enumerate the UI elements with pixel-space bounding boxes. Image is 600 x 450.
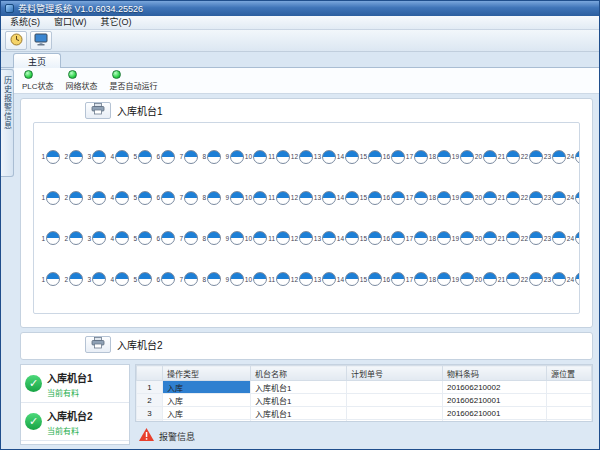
log-panel: 操作类型 机台名称 计划单号 物料条码 源位置 1入库入库机台120160621… (135, 364, 593, 445)
table-row[interactable]: 4入库入库机台1201606210001 (137, 420, 592, 423)
slot-number: 18 (428, 153, 436, 160)
menu-window[interactable]: 窗口(W) (47, 16, 94, 29)
table-cell: 201606210001 (443, 420, 547, 423)
slot: 11 (267, 191, 290, 205)
slot-number: 12 (290, 153, 298, 160)
auto-run-label: 是否自动运行 (110, 80, 158, 91)
slot: 21 (497, 272, 520, 286)
slot-number: 8 (198, 276, 206, 283)
slot-number: 9 (221, 276, 229, 283)
machine-status-panel: ✓ 入库机台1 当前有料 ✓ 入库机台2 当前有料 (20, 364, 130, 445)
alarm-bar: 报警信息 (135, 425, 593, 445)
roll-slot-indicator (253, 231, 267, 245)
table-row[interactable]: 1入库入库机台1201606210002 (137, 381, 592, 394)
slot-number: 4 (106, 153, 114, 160)
slot-number: 9 (221, 194, 229, 201)
roll-slot-indicator (414, 150, 428, 164)
roll-slot-indicator (552, 231, 566, 245)
machine-card-station1[interactable]: ✓ 入库机台1 当前有料 (21, 365, 129, 403)
roll-slot-indicator (552, 191, 566, 205)
station1-print-button[interactable] (85, 102, 111, 119)
table-cell: 入库 (163, 381, 251, 394)
machine-card-station2[interactable]: ✓ 入库机台2 当前有料 (21, 403, 129, 441)
tabstrip: 主页 (1, 52, 599, 68)
roll-slot-indicator (322, 272, 336, 286)
slot: 13 (313, 272, 336, 286)
slot-number: 7 (175, 194, 183, 201)
network-status-label: 网络状态 (66, 80, 98, 91)
station1-group: 入库机台1 1234567891011121314151617181920212… (20, 98, 593, 328)
roll-slot-indicator (483, 272, 497, 286)
roll-slot-indicator (230, 150, 244, 164)
slot: 21 (497, 191, 520, 205)
tab-home[interactable]: 主页 (13, 53, 61, 68)
station1-title: 入库机台1 (117, 103, 163, 118)
roll-slot-indicator (506, 150, 520, 164)
slot: 20 (474, 272, 497, 286)
column-header-barcode[interactable]: 物料条码 (443, 366, 547, 381)
slot-number: 22 (520, 276, 528, 283)
roll-slot-indicator (529, 272, 543, 286)
slot: 13 (313, 150, 336, 164)
roll-slot-indicator (322, 150, 336, 164)
slot-number: 24 (566, 153, 574, 160)
column-header-plan[interactable]: 计划单号 (347, 366, 443, 381)
slot: 7 (175, 231, 198, 245)
slot-number: 3 (83, 276, 91, 283)
menu-system[interactable]: 系统(S) (3, 16, 47, 29)
roll-slot-indicator (299, 272, 313, 286)
slot-number: 11 (267, 194, 275, 201)
roll-slot-indicator (207, 231, 221, 245)
slot-number: 14 (336, 153, 344, 160)
slot: 23 (543, 272, 566, 286)
roll-slot-indicator (529, 150, 543, 164)
table-row[interactable]: 2入库入库机台1201606210001 (137, 394, 592, 407)
table-cell: 入库机台1 (251, 394, 347, 407)
slot: 22 (520, 231, 543, 245)
machine-card-status: 当前有料 (47, 387, 93, 398)
table-row[interactable]: 3入库入库机台1201606210001 (137, 407, 592, 420)
slot: 9 (221, 272, 244, 286)
network-status-indicator: 网络状态 (66, 70, 98, 91)
slot-number: 6 (152, 153, 160, 160)
monitor-tool-button[interactable] (30, 31, 52, 50)
slot-number: 16 (382, 276, 390, 283)
tab-home-label: 主页 (28, 55, 46, 68)
slot-number: 5 (129, 276, 137, 283)
roll-slot-indicator (345, 191, 359, 205)
roll-slot-indicator (460, 191, 474, 205)
column-header-op[interactable]: 操作类型 (163, 366, 251, 381)
slot-number: 4 (106, 194, 114, 201)
row-index-cell: 3 (137, 407, 163, 420)
slot: 16 (382, 272, 405, 286)
clock-tool-button[interactable] (5, 31, 27, 50)
log-table-body: 1入库入库机台12016062100022入库入库机台1201606210001… (137, 381, 592, 423)
roll-slot-indicator (138, 231, 152, 245)
check-icon: ✓ (25, 413, 42, 430)
slot-number: 10 (244, 194, 252, 201)
slot-number: 6 (152, 194, 160, 201)
side-tab-history[interactable]: 历史报警信息 (1, 69, 14, 177)
roll-slot-indicator (184, 231, 198, 245)
menu-other[interactable]: 其它(O) (94, 16, 139, 29)
table-cell (347, 420, 443, 423)
slot-number: 14 (336, 276, 344, 283)
column-header-machine[interactable]: 机台名称 (251, 366, 347, 381)
slot-number: 11 (267, 276, 275, 283)
titlebar[interactable]: 卷料管理系统 V1.0.6034.25526 (1, 1, 599, 16)
slot: 17 (405, 231, 428, 245)
roll-slot-indicator (368, 231, 382, 245)
column-header-source[interactable]: 源位置 (547, 366, 592, 381)
roll-slot-indicator (230, 191, 244, 205)
slot: 4 (106, 231, 129, 245)
roll-slot-indicator (92, 231, 106, 245)
slot-number: 19 (451, 276, 459, 283)
table-cell: 入库机台1 (251, 381, 347, 394)
slot: 12 (290, 191, 313, 205)
roll-slot-indicator (575, 150, 580, 164)
slot: 16 (382, 231, 405, 245)
slot-grid: 1234567891011121314151617181920212223242… (34, 123, 579, 313)
slot-number: 8 (198, 153, 206, 160)
station2-print-button[interactable] (85, 336, 111, 353)
roll-slot-indicator (161, 150, 175, 164)
